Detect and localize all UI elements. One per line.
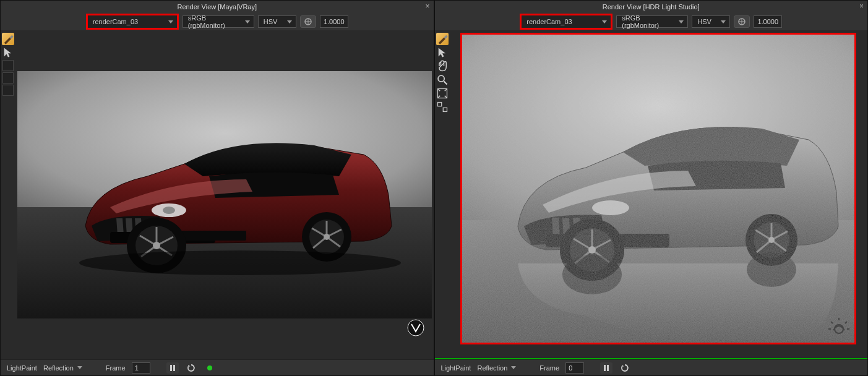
tool-slot[interactable] [2, 85, 14, 96]
svg-point-32 [562, 255, 622, 294]
colorspace-value: sRGB (rgbMonitor) [622, 14, 679, 29]
svg-rect-16 [173, 365, 175, 371]
panel-title: Render View [Maya|VRay] [177, 3, 257, 11]
gamma-input[interactable]: 1.0000 [754, 15, 782, 28]
chevron-down-icon [679, 20, 684, 24]
side-toolbar [435, 30, 450, 358]
frame-label: Frame [539, 364, 559, 372]
frame-input[interactable]: 0 [565, 362, 584, 374]
colorspace-value: sRGB (rgbMonitor) [188, 14, 245, 29]
svg-point-33 [747, 252, 796, 287]
camera-select[interactable]: renderCam_03 [86, 14, 179, 30]
camera-select[interactable]: renderCam_03 [520, 14, 612, 30]
chevron-down-icon [168, 20, 173, 24]
chevron-down-icon [77, 366, 82, 369]
pause-button[interactable] [166, 362, 179, 374]
close-icon[interactable]: × [425, 2, 429, 11]
region-tool-icon[interactable] [436, 101, 449, 113]
titlebar: Render View [Maya|VRay] × [1, 1, 434, 13]
chevron-down-icon [245, 20, 250, 24]
colorspace-select[interactable]: sRGB (rgbMonitor) [616, 15, 688, 28]
mode-value: HSV [697, 18, 711, 25]
refresh-button[interactable] [185, 362, 197, 374]
gamma-input[interactable]: 1.0000 [320, 15, 348, 28]
svg-point-31 [768, 237, 775, 243]
channel-button[interactable] [734, 15, 750, 28]
svg-rect-35 [604, 365, 606, 371]
channel-button[interactable] [300, 15, 316, 28]
zoom-tool-icon[interactable] [436, 74, 449, 86]
svg-point-12 [324, 234, 330, 240]
gamma-value: 1.0000 [757, 18, 778, 25]
frame-input[interactable]: 1 [132, 362, 150, 374]
paint-mode-value: Reflection [477, 364, 507, 372]
svg-point-14 [408, 320, 424, 336]
colorspace-select[interactable]: sRGB (rgbMonitor) [183, 15, 254, 28]
status-indicator [204, 362, 216, 374]
svg-rect-21 [443, 108, 447, 111]
paint-mode-label: LightPaint [7, 364, 37, 372]
brush-tool-icon[interactable] [2, 33, 14, 45]
svg-rect-20 [437, 103, 441, 106]
svg-point-28 [588, 246, 596, 254]
svg-point-4 [163, 207, 175, 214]
svg-point-13 [79, 250, 401, 275]
viewport[interactable] [15, 30, 434, 359]
frame-value: 0 [569, 364, 572, 372]
mode-select[interactable]: HSV [692, 15, 730, 28]
mode-select[interactable]: HSV [258, 15, 296, 28]
pause-button[interactable] [600, 362, 612, 374]
frame-value: 1 [135, 364, 139, 372]
paint-mode-select[interactable]: Reflection [43, 362, 82, 374]
statusbar: LightPaint Reflection Frame 0 [435, 359, 868, 375]
render-view-panel-left: Render View [Maya|VRay] × renderCam_03 s… [0, 0, 434, 376]
statusbar: LightPaint Reflection Frame 1 [1, 359, 434, 375]
chevron-down-icon [721, 20, 726, 24]
titlebar: Render View [HDR Light Studio] × [435, 1, 868, 13]
mode-value: HSV [264, 18, 278, 25]
svg-point-18 [438, 75, 444, 82]
panel-title: Render View [HDR Light Studio] [603, 3, 700, 11]
fit-tool-icon[interactable] [436, 87, 449, 100]
render-view-panel-right: Render View [HDR Light Studio] × renderC… [434, 0, 869, 376]
cursor-tool-icon[interactable] [2, 46, 14, 59]
brush-tool-icon[interactable] [436, 33, 449, 45]
tool-slot[interactable] [2, 72, 14, 83]
toolbar: renderCam_03 sRGB (rgbMonitor) HSV 1.000… [435, 13, 868, 30]
svg-point-24 [592, 200, 629, 215]
paint-mode-value: Reflection [43, 364, 74, 372]
gamma-value: 1.0000 [324, 18, 345, 25]
paint-mode-label: LightPaint [441, 364, 471, 372]
tool-slot[interactable] [2, 60, 14, 71]
chevron-down-icon [602, 20, 607, 24]
toolbar: renderCam_03 sRGB (rgbMonitor) HSV 1.000… [1, 13, 434, 30]
chevron-down-icon [511, 366, 516, 369]
camera-value: renderCam_03 [93, 18, 138, 25]
refresh-button[interactable] [619, 362, 631, 374]
render-image [15, 71, 434, 318]
svg-point-9 [153, 242, 160, 249]
svg-rect-36 [607, 365, 609, 371]
chevron-down-icon [287, 20, 292, 24]
svg-rect-15 [170, 365, 172, 371]
vray-logo-icon [406, 318, 425, 337]
viewport[interactable] [450, 30, 868, 358]
cursor-tool-icon[interactable] [436, 46, 449, 59]
hand-tool-icon[interactable] [436, 60, 449, 72]
paint-mode-select[interactable]: Reflection [477, 362, 516, 374]
render-image [460, 33, 856, 344]
frame-label: Frame [106, 364, 126, 372]
hdrls-logo-icon [828, 317, 849, 338]
side-toolbar [1, 30, 15, 359]
camera-value: renderCam_03 [526, 18, 572, 25]
close-icon[interactable]: × [859, 2, 864, 11]
